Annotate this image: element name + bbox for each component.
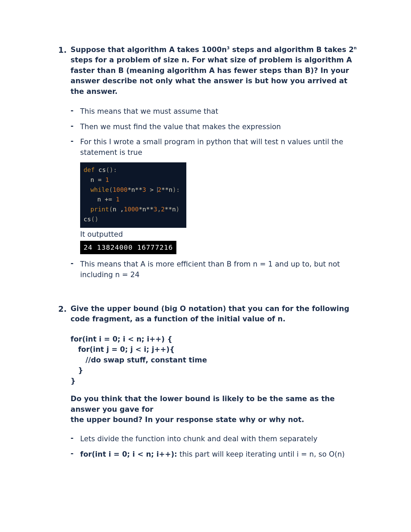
dash-bullet: - bbox=[71, 434, 80, 444]
answer-row: - Lets divide the function into chunk an… bbox=[71, 434, 360, 444]
code-line-4: n += 1 bbox=[84, 195, 183, 205]
dash-bullet: - bbox=[71, 259, 80, 280]
question-1-prompt: Suppose that algorithm A takes 1000n3 st… bbox=[71, 45, 360, 97]
answer-row: - This means that we must assume that bbox=[71, 106, 360, 116]
answer-row: - For this I wrote a small program in py… bbox=[71, 137, 360, 158]
q1-answer-4: This means that A is more efficient than… bbox=[80, 259, 360, 280]
q2-answer-2: for(int i = 0; i < n; i++): this part wi… bbox=[80, 449, 360, 459]
program-output: 24 13824000 16777216 bbox=[80, 241, 176, 254]
document-page: 1. Suppose that algorithm A takes 1000n3… bbox=[0, 0, 411, 532]
question-2-answers: - Lets divide the function into chunk an… bbox=[71, 434, 360, 459]
code-line-2: n = 1 bbox=[84, 175, 183, 185]
q1-prompt-b: steps and algorithm B takes 2 bbox=[229, 46, 354, 54]
answer-row: - This means that A is more efficient th… bbox=[71, 259, 360, 280]
question-1-body: Suppose that algorithm A takes 1000n3 st… bbox=[71, 45, 360, 285]
python-code-block: def cs(): n = 1 while(1000*n**3 > 2**n):… bbox=[80, 162, 186, 228]
q1-prompt-a: Suppose that algorithm A takes 1000n bbox=[71, 46, 227, 54]
q2-answer-1: Lets divide the function into chunk and … bbox=[80, 434, 360, 444]
q1-sup-n: n bbox=[354, 46, 357, 50]
q1-prompt-c: steps for a problem of size n. For what … bbox=[71, 56, 352, 95]
question-2-block: 2. Give the upper bound (big O notation)… bbox=[58, 304, 360, 464]
dash-bullet: - bbox=[71, 137, 80, 158]
q1-answer-3: For this I wrote a small program in pyth… bbox=[80, 137, 360, 158]
q1-answer-2: Then we must find the value that makes t… bbox=[80, 122, 360, 132]
code-line-3: while(1000*n**3 > 2**n): bbox=[84, 185, 183, 195]
question-2-prompt: Give the upper bound (big O notation) th… bbox=[71, 304, 360, 324]
question-1-block: 1. Suppose that algorithm A takes 1000n3… bbox=[58, 45, 360, 285]
question-number-2: 2. bbox=[58, 304, 71, 464]
dash-bullet: - bbox=[71, 122, 80, 132]
code-line-6: cs() bbox=[84, 214, 183, 224]
q1-answer-1: This means that we must assume that bbox=[80, 106, 360, 116]
code-line-5: print(n ,1000*n**3,2**n) bbox=[84, 205, 183, 214]
question-2-prompt-followup: Do you think that the lower bound is lik… bbox=[71, 394, 360, 425]
code-line-1: def cs(): bbox=[84, 165, 183, 175]
question-1-answers: - This means that we must assume that - … bbox=[71, 106, 360, 280]
output-caption: It outputted bbox=[80, 229, 360, 239]
answer-row: - Then we must find the value that makes… bbox=[71, 122, 360, 132]
question-number-1: 1. bbox=[58, 45, 71, 285]
dash-bullet: - bbox=[71, 106, 80, 116]
q2-answer-2-rest: this part will keep iterating until i = … bbox=[177, 450, 345, 458]
q2-answer-2-code: for(int i = 0; i < n; i++): bbox=[80, 450, 177, 458]
dash-bullet: - bbox=[71, 449, 80, 459]
question-2-body: Give the upper bound (big O notation) th… bbox=[71, 304, 360, 464]
answer-row: - for(int i = 0; i < n; i++): this part … bbox=[71, 449, 360, 459]
c-code-fragment: for(int i = 0; i < n; i++) { for(int j =… bbox=[71, 334, 360, 386]
